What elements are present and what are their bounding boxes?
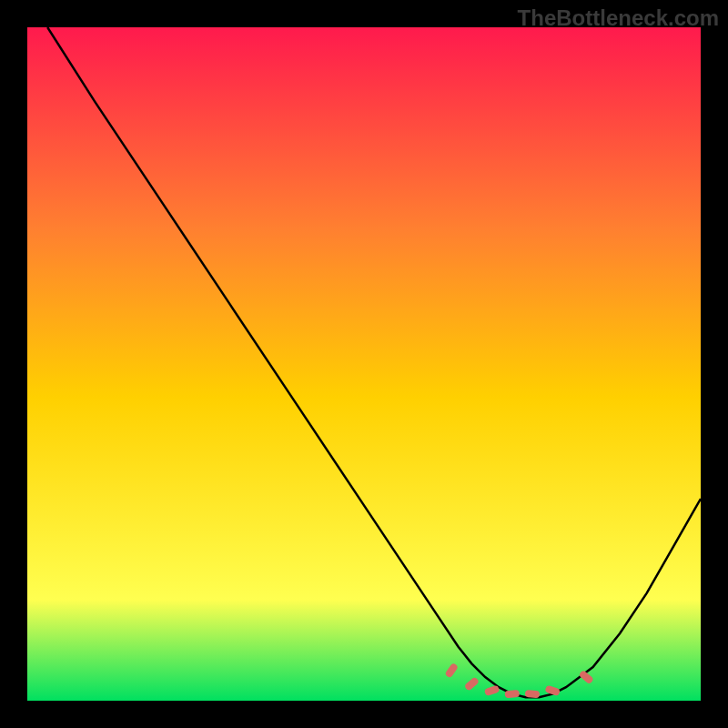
chart-container: TheBottleneck.com [0, 0, 728, 728]
chart-svg [27, 27, 701, 701]
watermark-text: TheBottleneck.com [518, 5, 719, 31]
gradient-background [27, 27, 701, 701]
